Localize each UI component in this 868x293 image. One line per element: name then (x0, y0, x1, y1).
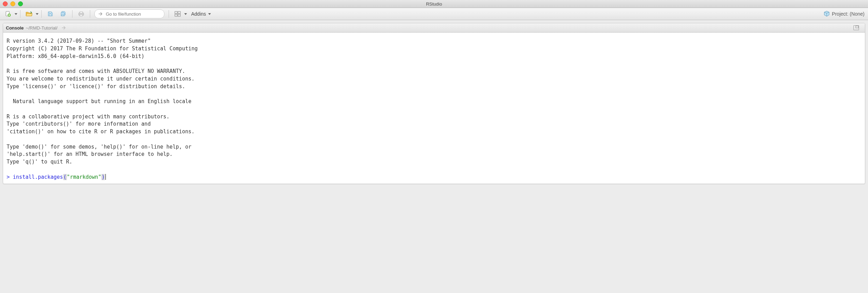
folder-open-icon (26, 11, 33, 17)
svg-rect-8 (175, 11, 177, 14)
open-project-menu[interactable] (23, 9, 39, 18)
project-cube-icon (824, 11, 830, 17)
zoom-window-button[interactable] (18, 1, 23, 6)
console-startup-text: R version 3.4.2 (2017-09-28) -- "Short S… (7, 38, 198, 165)
console-pane: Console ~/RMD-Tutorial/ R version 3.4.2 … (3, 23, 865, 184)
floppy-disk-icon (48, 11, 53, 17)
svg-rect-11 (178, 14, 180, 16)
printer-icon (78, 11, 84, 17)
panes-menu[interactable] (172, 9, 187, 18)
console-input-arg: "rmarkdown" (67, 174, 101, 180)
project-menu[interactable]: Project: (None) (824, 11, 866, 17)
svg-rect-2 (49, 14, 51, 16)
toolbar-separator (169, 10, 169, 18)
maximize-pane-button[interactable] (850, 23, 862, 32)
minimize-window-button[interactable] (10, 1, 15, 6)
chevron-down-icon (15, 13, 17, 15)
console-input-close-paren: ) (101, 174, 105, 180)
grid-panes-icon (175, 11, 181, 17)
main-toolbar: Addins Project: (None) (0, 8, 868, 20)
save-all-button[interactable] (58, 9, 69, 18)
maximize-icon (853, 25, 859, 30)
console-tab[interactable]: Console (6, 25, 24, 31)
window-titlebar: RStudio (0, 0, 868, 8)
console-header: Console ~/RMD-Tutorial/ (3, 23, 865, 33)
window-title: RStudio (0, 1, 868, 7)
addins-label: Addins (191, 11, 206, 17)
goto-file-function[interactable] (94, 9, 164, 18)
console-input-func: install.packages (13, 174, 63, 180)
toolbar-separator (90, 10, 90, 18)
goto-arrow-icon (98, 11, 103, 16)
project-label: Project: (None) (832, 11, 865, 17)
svg-rect-10 (175, 14, 177, 16)
console-prompt: > (7, 174, 10, 180)
toolbar-separator (41, 10, 42, 18)
panes-button[interactable] (172, 9, 184, 18)
chevron-down-icon (36, 13, 39, 15)
open-wd-button[interactable] (59, 24, 69, 31)
chevron-down-icon (184, 13, 187, 15)
open-project-button[interactable] (23, 9, 35, 18)
console-body[interactable]: R version 3.4.2 (2017-09-28) -- "Short S… (3, 33, 865, 184)
svg-rect-3 (49, 12, 51, 13)
svg-rect-4 (62, 15, 63, 16)
svg-rect-9 (178, 11, 180, 14)
console-working-dir: ~/RMD-Tutorial/ (26, 25, 58, 31)
new-file-button[interactable] (2, 9, 14, 18)
text-cursor (105, 174, 106, 180)
print-button[interactable] (75, 9, 87, 18)
floppy-disks-icon (60, 11, 67, 17)
svg-rect-7 (80, 15, 83, 16)
toolbar-separator (20, 10, 20, 18)
toolbar-separator (72, 10, 73, 18)
save-button[interactable] (44, 9, 56, 18)
traffic-lights (3, 1, 23, 6)
chevron-down-icon (208, 13, 211, 15)
goto-input[interactable] (105, 11, 161, 17)
console-input-open-paren: ( (63, 174, 67, 180)
new-file-icon (5, 11, 11, 17)
addins-menu[interactable]: Addins (188, 10, 214, 18)
popout-arrow-icon (61, 26, 66, 30)
new-file-menu[interactable] (2, 9, 17, 18)
close-window-button[interactable] (3, 1, 8, 6)
svg-rect-6 (80, 12, 83, 13)
